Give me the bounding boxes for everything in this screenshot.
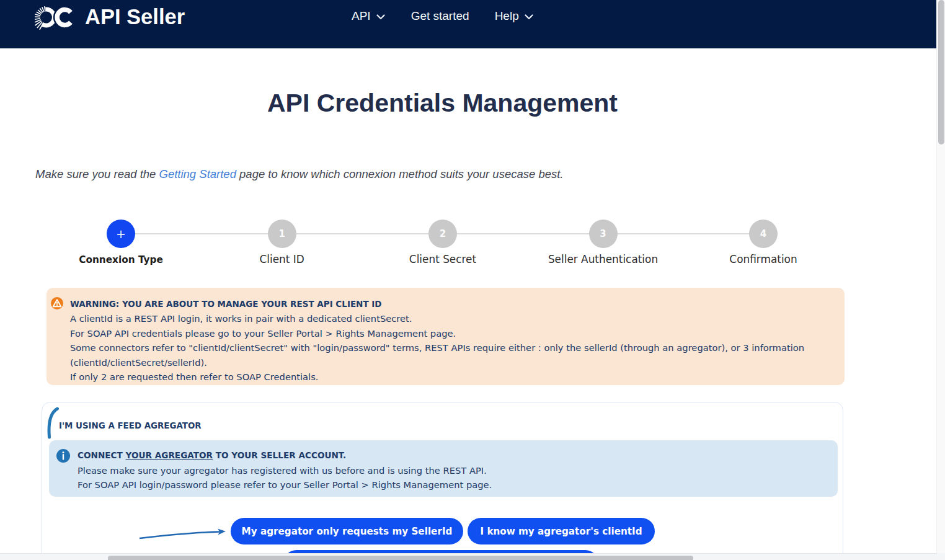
- page: API Seller API Get started Help API Cred: [0, 0, 936, 560]
- step-number: 1: [278, 228, 285, 239]
- scrollbar-corner: [936, 553, 945, 560]
- card-accent-curve: [46, 407, 60, 439]
- choice-buttons: My agregator only requests my SellerId I…: [231, 518, 655, 544]
- info-title-pre: CONNECT: [78, 450, 126, 460]
- warning-line: For SOAP API credentials please go to yo…: [70, 326, 832, 341]
- warning-text: WARNING: YOU ARE ABOUT TO MANAGE YOUR RE…: [70, 297, 832, 384]
- agregator-sellerid-button[interactable]: My agregator only requests my SellerId: [231, 518, 463, 544]
- step-seller-authentication[interactable]: 3 Seller Authentication: [523, 220, 684, 265]
- chevron-down-icon: [376, 14, 385, 20]
- horizontal-scrollbar[interactable]: [0, 553, 936, 560]
- warning-line: If only 2 are requested then refer to SO…: [70, 370, 832, 384]
- info-title: CONNECT YOUR AGREGATOR TO YOUR SELLER AC…: [78, 448, 822, 463]
- step-number: 4: [760, 228, 766, 239]
- step-client-id[interactable]: 1 Client ID: [202, 220, 363, 265]
- warning-line: Some connectors refer to "clientId/clien…: [70, 340, 832, 370]
- main-nav: API Get started Help: [352, 9, 533, 23]
- brand[interactable]: API Seller: [35, 4, 185, 30]
- step-label: Confirmation: [683, 253, 844, 265]
- step-label: Client ID: [202, 253, 363, 265]
- nav-label: Help: [495, 9, 519, 23]
- step-circle: 1: [268, 220, 296, 248]
- step-circle: +: [107, 220, 135, 248]
- vertical-scrollbar[interactable]: [936, 0, 945, 553]
- plus-icon: +: [116, 227, 126, 241]
- nav-item-get-started[interactable]: Get started: [411, 9, 469, 23]
- step-number: 2: [440, 228, 446, 239]
- agregator-clientid-button[interactable]: I know my agregator's clientId: [468, 518, 655, 544]
- warning-icon: [51, 297, 63, 309]
- getting-started-link[interactable]: Getting Started: [159, 167, 236, 180]
- nav-item-help[interactable]: Help: [495, 9, 533, 23]
- intro-post: page to know which connexion method suit…: [236, 167, 564, 180]
- step-circle: 3: [589, 220, 618, 248]
- vertical-scrollbar-thumb[interactable]: [938, 0, 944, 144]
- info-text: CONNECT YOUR AGREGATOR TO YOUR SELLER AC…: [78, 448, 822, 492]
- step-circle: 2: [428, 220, 457, 248]
- octopia-logo-icon: [35, 5, 76, 30]
- step-label: Client Secret: [362, 253, 523, 265]
- step-connexion-type[interactable]: + Connexion Type: [40, 220, 202, 265]
- horizontal-scrollbar-thumb[interactable]: [108, 556, 693, 560]
- info-line: For SOAP API login/password please refer…: [78, 478, 822, 492]
- step-circle: 4: [749, 220, 778, 248]
- intro-pre: Make sure you read the: [35, 167, 159, 180]
- step-client-secret[interactable]: 2 Client Secret: [362, 220, 523, 265]
- step-number: 3: [600, 228, 606, 239]
- page-title: API Credentials Management: [42, 89, 843, 118]
- brand-name: API Seller: [85, 5, 185, 29]
- step-label: Connexion Type: [40, 254, 202, 265]
- annotation-arrow: [133, 526, 233, 543]
- nav-item-api[interactable]: API: [352, 9, 385, 23]
- your-agregator-underlined: YOUR AGREGATOR: [126, 450, 213, 460]
- step-confirmation[interactable]: 4 Confirmation: [683, 220, 844, 265]
- nav-label: API: [352, 9, 371, 23]
- step-label: Seller Authentication: [523, 253, 684, 265]
- info-icon: [56, 449, 70, 463]
- warning-line: A clientId is a REST API login, it works…: [70, 311, 832, 326]
- chevron-down-icon: [525, 14, 533, 20]
- info-line: Please make sure your agregator has regi…: [78, 463, 822, 478]
- card-title: I'M USING A FEED AGREGATOR: [59, 421, 202, 430]
- nav-label: Get started: [411, 9, 469, 23]
- header: API Seller API Get started Help: [0, 0, 936, 48]
- viewport: API Seller API Get started Help API Cred: [0, 0, 945, 560]
- info-title-post: TO YOUR SELLER ACCOUNT.: [213, 450, 346, 460]
- warning-title: WARNING: YOU ARE ABOUT TO MANAGE YOUR RE…: [70, 297, 832, 312]
- intro-text: Make sure you read the Getting Started p…: [35, 167, 564, 181]
